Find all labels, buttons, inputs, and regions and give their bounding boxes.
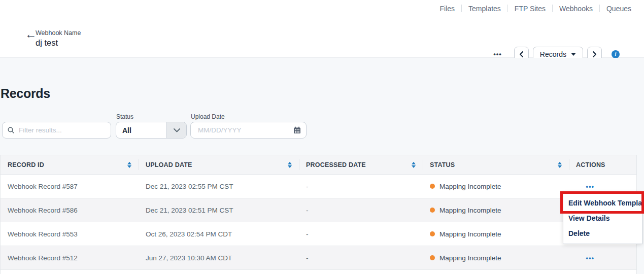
upload-date-cell: Jun 27, 2023 10:30 AM CDT: [139, 254, 299, 262]
column-header-upload-date[interactable]: UPLOAD DATE: [139, 155, 299, 174]
actions-cell: •••: [569, 183, 636, 190]
row-actions-ellipsis-button[interactable]: •••: [575, 183, 605, 190]
more-options-button[interactable]: •••: [493, 50, 502, 58]
chevron-left-icon: [519, 51, 524, 57]
status-cell: Mapping Incomplete: [423, 230, 569, 238]
topnav-item-templates[interactable]: Templates: [462, 5, 507, 13]
status-text: Mapping Incomplete: [439, 207, 501, 214]
actions-cell: •••: [569, 254, 636, 262]
status-select[interactable]: All: [116, 122, 187, 139]
upload-date-cell: Dec 21, 2023 02:51 PM CST: [139, 207, 299, 214]
sort-asc-arrow: [288, 162, 292, 164]
topnav-item-ftp-sites[interactable]: FTP Sites: [508, 5, 552, 13]
row-actions-menu: Edit Webhook TemplateView DetailsDelete: [563, 192, 642, 244]
status-select-value: All: [116, 126, 166, 134]
sort-desc-arrow: [412, 165, 416, 168]
menu-item-delete[interactable]: Delete: [563, 226, 642, 241]
sort-icon[interactable]: [558, 162, 562, 168]
topnav-item-queues[interactable]: Queues: [600, 5, 638, 13]
menu-item-edit-webhook-template[interactable]: Edit Webhook Template: [563, 195, 642, 211]
table-row[interactable]: Webhook Record #512 Jun 27, 2023 10:30 A…: [1, 246, 636, 270]
search-input[interactable]: [18, 126, 111, 134]
sort-icon[interactable]: [127, 162, 131, 168]
column-label: STATUS: [430, 161, 455, 168]
topnav-item-files[interactable]: Files: [433, 5, 461, 13]
processed-date-cell: -: [299, 254, 423, 262]
top-navigation: FilesTemplatesFTP SitesWebhooksQueues: [433, 0, 638, 17]
table-row-partial: [1, 270, 636, 274]
column-label: PROCESSED DATE: [306, 161, 366, 168]
column-label: ACTIONS: [576, 161, 605, 168]
processed-date-cell: -: [299, 207, 423, 214]
app-header: ← Webhook Name dj test ••• Records i: [0, 17, 644, 58]
upload-date-cell: Oct 26, 2023 02:54 PM CDT: [139, 230, 299, 238]
record-id-cell: Webhook Record #587: [1, 183, 139, 190]
chevron-right-icon: [592, 51, 597, 57]
status-select-caret[interactable]: [166, 122, 186, 138]
sort-desc-arrow: [558, 165, 562, 168]
upload-date-input[interactable]: [197, 126, 293, 134]
upload-date-cell: Dec 21, 2023 02:55 PM CST: [139, 183, 299, 190]
sort-asc-arrow: [558, 162, 562, 164]
column-header-status[interactable]: STATUS: [423, 155, 569, 174]
sort-icon[interactable]: [288, 162, 292, 168]
upload-date-picker: [190, 122, 307, 139]
column-label: UPLOAD DATE: [146, 161, 192, 168]
content-area: Records Status Upload Date All: [0, 58, 644, 274]
processed-date-cell: -: [299, 230, 423, 238]
sort-desc-arrow: [288, 165, 292, 168]
status-text: Mapping Incomplete: [439, 230, 501, 238]
status-filter-label: Status: [116, 113, 133, 120]
status-cell: Mapping Incomplete: [423, 183, 569, 190]
filter-search-box: [2, 122, 111, 139]
search-icon: [8, 127, 14, 133]
record-id-cell: Webhook Record #553: [1, 230, 139, 238]
webhook-name-label: Webhook Name: [36, 29, 81, 37]
sort-asc-arrow: [412, 162, 416, 164]
webhook-name-value: dj test: [36, 38, 81, 48]
page-title: Records: [1, 86, 50, 101]
records-table: RECORD IDUPLOAD DATEPROCESSED DATESTATUS…: [0, 155, 637, 274]
table-row[interactable]: Webhook Record #553 Oct 26, 2023 02:54 P…: [1, 222, 636, 246]
status-text: Mapping Incomplete: [439, 254, 501, 262]
sort-asc-arrow: [127, 162, 131, 164]
row-actions-ellipsis-button[interactable]: •••: [575, 255, 605, 262]
upload-date-filter-label: Upload Date: [191, 113, 225, 120]
processed-date-cell: -: [299, 183, 423, 190]
menu-item-view-details[interactable]: View Details: [563, 211, 642, 226]
status-dot-icon: [430, 255, 435, 260]
calendar-icon[interactable]: [293, 126, 301, 134]
table-row[interactable]: Webhook Record #586 Dec 21, 2023 02:51 P…: [1, 198, 636, 222]
table-body: Webhook Record #587 Dec 21, 2023 02:55 P…: [1, 175, 636, 270]
table-row[interactable]: Webhook Record #587 Dec 21, 2023 02:55 P…: [1, 175, 636, 198]
title-block: Webhook Name dj test: [36, 29, 81, 48]
record-id-cell: Webhook Record #512: [1, 254, 139, 262]
column-header-record-id[interactable]: RECORD ID: [1, 155, 139, 174]
top-bar: FilesTemplatesFTP SitesWebhooksQueues: [0, 0, 644, 17]
status-cell: Mapping Incomplete: [423, 207, 569, 214]
status-dot-icon: [430, 231, 435, 236]
status-dot-icon: [430, 184, 435, 189]
sort-icon[interactable]: [412, 162, 416, 168]
status-text: Mapping Incomplete: [439, 183, 501, 190]
records-selector-label: Records: [540, 50, 566, 58]
sort-desc-arrow: [127, 165, 131, 168]
column-label: RECORD ID: [8, 161, 44, 168]
status-dot-icon: [430, 208, 435, 213]
chevron-down-icon: [571, 53, 576, 56]
info-icon[interactable]: i: [612, 50, 620, 58]
column-header-processed-date[interactable]: PROCESSED DATE: [299, 155, 423, 174]
back-arrow-icon[interactable]: ←: [25, 28, 37, 40]
record-id-cell: Webhook Record #586: [1, 207, 139, 214]
chevron-down-icon: [174, 128, 180, 132]
status-cell: Mapping Incomplete: [423, 254, 569, 262]
column-header-actions: ACTIONS: [569, 155, 636, 174]
table-header-row: RECORD IDUPLOAD DATEPROCESSED DATESTATUS…: [1, 155, 636, 175]
topnav-item-webhooks[interactable]: Webhooks: [553, 5, 599, 13]
